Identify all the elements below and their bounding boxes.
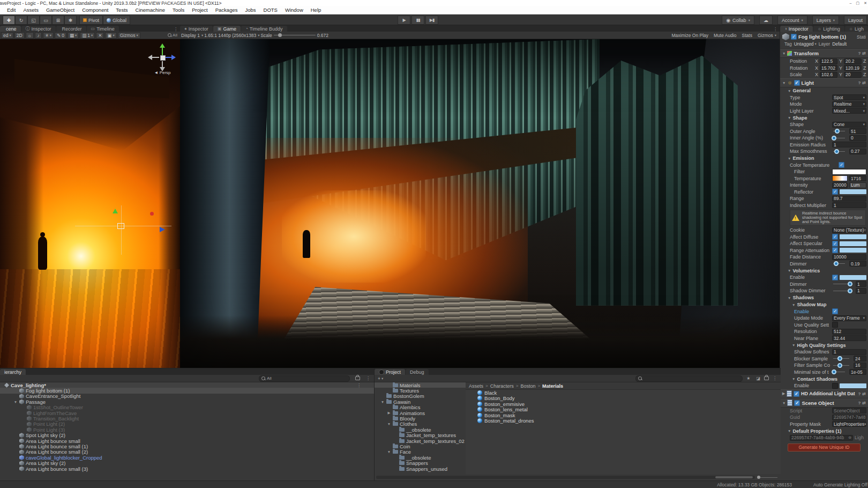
- folder-row[interactable]: Snappers: [375, 460, 466, 465]
- icon-size-slider[interactable]: [757, 476, 777, 479]
- volumetric-dimmer-slider[interactable]: [833, 284, 851, 284]
- custom-tool[interactable]: ✱: [64, 16, 77, 25]
- menu-item[interactable]: Cinemachine: [132, 7, 169, 13]
- gizmo-center-cube[interactable]: [160, 55, 166, 61]
- emission-foldout[interactable]: ▼Emission: [780, 155, 868, 162]
- hierarchy-row[interactable]: Cave_lighting*: [0, 382, 374, 388]
- help-icon[interactable]: ?: [858, 401, 860, 405]
- x-axis-icon[interactable]: [148, 55, 152, 60]
- panel-tab[interactable]: Recorder: [56, 26, 86, 32]
- breadcrumb-item[interactable]: Boston >: [520, 383, 540, 389]
- collab-button[interactable]: ◉Collab▾: [722, 16, 754, 25]
- project-tab[interactable]: Project: [375, 369, 405, 375]
- menu-item[interactable]: Jobs: [241, 7, 259, 13]
- asset-row[interactable]: Black: [466, 390, 781, 396]
- move-handle-z[interactable]: [160, 227, 165, 232]
- scene-audio-toggle[interactable]: ♪: [35, 32, 41, 39]
- scene-search-field[interactable]: All: [166, 33, 179, 38]
- folder-row[interactable]: ▶ Animations: [375, 410, 466, 416]
- hierarchy-row[interactable]: Area Light bounce small (1): [0, 443, 374, 449]
- shadow-map-foldout[interactable]: ▼Shadow Map: [780, 301, 868, 308]
- object-picker-icon[interactable]: ⊙: [864, 228, 866, 232]
- layer-dropdown[interactable]: Default: [832, 41, 847, 47]
- object-picker-icon[interactable]: ⊙: [849, 435, 851, 440]
- gameobject-name[interactable]: Fog light bottom (1): [798, 34, 846, 40]
- folder-row[interactable]: Coin: [375, 443, 466, 449]
- folder-row[interactable]: Bloody: [375, 416, 466, 421]
- y-axis-icon[interactable]: [160, 43, 165, 48]
- folder-row[interactable]: __obsolete: [375, 427, 466, 432]
- rect-tool[interactable]: ▭: [40, 16, 52, 25]
- temperature-slider[interactable]: [832, 175, 848, 181]
- menu-item[interactable]: DOTS: [260, 7, 281, 13]
- panel-menu-icon[interactable]: ⋮: [770, 376, 779, 381]
- hierarchy-row[interactable]: caveGlobal_lightblocker_Cropped: [0, 455, 374, 460]
- asset-row[interactable]: Boston_emmisive: [466, 401, 781, 407]
- hierarchy-search-field[interactable]: All: [259, 375, 350, 382]
- filter-color-swatch[interactable]: [832, 169, 866, 175]
- orientation-gizmo[interactable]: ◄ Persp: [150, 45, 175, 76]
- temperature-field[interactable]: 1716: [849, 175, 866, 181]
- panel-tab[interactable]: ☼Ligh: [845, 26, 868, 32]
- panel-tab[interactable]: cene: [0, 26, 21, 32]
- panel-menu-icon[interactable]: ⋮: [364, 376, 372, 381]
- gizmos-dropdown[interactable]: Gizmos▾: [118, 32, 140, 39]
- expand-arrow-icon[interactable]: ▼: [13, 400, 18, 404]
- component-enabled-checkbox[interactable]: ✓: [794, 80, 800, 86]
- help-icon[interactable]: ?: [858, 391, 860, 396]
- expand-arrow-icon[interactable]: ▶: [387, 411, 391, 415]
- property-object-field[interactable]: 22695747-7a48-4ab9-94b⊙: [790, 435, 853, 441]
- hierarchy-row[interactable]: Area Light sky (2): [0, 460, 374, 465]
- tag-dropdown[interactable]: Untagged▾: [794, 41, 817, 47]
- label-icon[interactable]: ◪: [754, 376, 762, 381]
- color-temperature-checkbox[interactable]: ✓: [839, 162, 844, 168]
- folder-row[interactable]: Textures: [375, 388, 466, 393]
- shape-foldout[interactable]: ▼Shape: [780, 114, 868, 121]
- y-field[interactable]: 20: [844, 72, 862, 78]
- breadcrumb-item[interactable]: Assets >: [469, 383, 488, 389]
- scene-lighting-toggle[interactable]: ☼: [26, 32, 34, 39]
- range-attenuation-checkbox[interactable]: ✓: [832, 247, 838, 253]
- presets-icon[interactable]: ⇄: [862, 401, 866, 405]
- shadow-map-enable-checkbox[interactable]: ✓: [832, 308, 838, 314]
- scene-viewport[interactable]: ◄ Persp: [0, 39, 180, 368]
- folder-row[interactable]: Materials: [375, 382, 466, 388]
- active-checkbox[interactable]: ✓: [791, 34, 797, 40]
- panel-menu-icon[interactable]: ⋮: [771, 27, 780, 32]
- generate-unique-id-button[interactable]: Generate New Unique ID: [788, 443, 860, 452]
- menu-item[interactable]: Component: [78, 7, 112, 13]
- z-axis-icon[interactable]: [171, 55, 176, 60]
- near-plane-field[interactable]: 32.44: [832, 335, 866, 341]
- menu-item[interactable]: GameObject: [42, 7, 78, 13]
- gizmos-dropdown[interactable]: Gizmos▾: [758, 33, 776, 38]
- lock-icon[interactable]: [355, 376, 360, 380]
- folder-row[interactable]: Jacket_temp_textures: [375, 433, 466, 438]
- light-gizmo-widget[interactable]: [75, 205, 171, 255]
- scene-camera-dropdown[interactable]: ▣▾: [105, 32, 116, 39]
- max-smoothness-field[interactable]: 0.27: [849, 149, 866, 154]
- grid-dropdown[interactable]: ▦▾: [68, 32, 79, 39]
- game-viewport[interactable]: [180, 39, 780, 368]
- pivot-button[interactable]: Pivot: [79, 16, 103, 25]
- layout-button[interactable]: Layout: [844, 16, 867, 25]
- asset-row[interactable]: Boston_mask: [466, 412, 781, 418]
- layers-button[interactable]: Layers▾: [812, 16, 839, 25]
- menu-item[interactable]: Project: [188, 7, 212, 13]
- maximize-on-play-toggle[interactable]: Maximize On Play: [672, 33, 709, 38]
- minimize[interactable]: –: [850, 0, 852, 6]
- hierarchy-row[interactable]: Point Light (3): [0, 427, 374, 432]
- 2d-toggle[interactable]: 2D: [14, 32, 25, 39]
- folder-row[interactable]: __obsolete: [375, 455, 466, 460]
- x-field[interactable]: 102.6: [820, 72, 837, 78]
- intensity-unit-dropdown[interactable]: Lum: [849, 182, 866, 188]
- shading-mode-dropdown[interactable]: ed▾: [1, 32, 13, 39]
- panel-tab[interactable]: ☼Lighting: [813, 26, 844, 32]
- asset-row[interactable]: Boston_Body: [466, 396, 781, 402]
- presets-icon[interactable]: ⇄: [862, 80, 866, 85]
- panel-tab[interactable]: ▭Timeline: [87, 26, 119, 32]
- menu-item[interactable]: Tools: [169, 7, 188, 13]
- scrollbar-handle[interactable]: [715, 476, 753, 478]
- global-button[interactable]: Global: [103, 16, 130, 25]
- outer-angle-slider[interactable]: [833, 131, 845, 131]
- y-field[interactable]: 20.2: [844, 58, 862, 64]
